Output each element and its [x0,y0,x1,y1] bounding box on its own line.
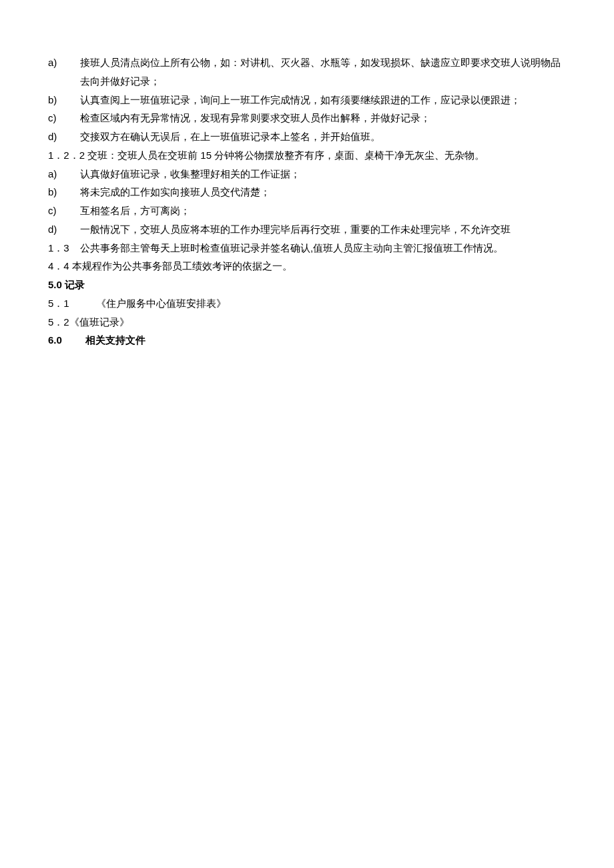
list-marker: d) [48,220,80,239]
list-marker: c) [48,109,80,127]
list-item: a)认真做好值班记录，收集整理好相关的工作证据； [48,165,566,183]
list-item: a)接班人员清点岗位上所有公物，如：对讲机、灭火器、水瓶等，如发现损坏、缺遗应立… [48,53,566,91]
heading-marker: 6.0 [48,331,85,350]
list-marker: 5．1 [48,294,96,313]
list-marker: 1．3 [48,239,80,258]
list-text: 将未完成的工作如实向接班人员交代清楚； [80,183,566,201]
list-text: 公共事务部主管每天上班时检查值班记录并签名确认,值班人员应主动向主管汇报值班工作… [80,239,566,258]
list-item: d)一般情况下，交班人员应将本班的工作办理完毕后再行交班，重要的工作未处理完毕，… [48,220,566,239]
list-marker: 1．2．2 [48,149,85,161]
list-text: 认真查阅上一班值班记录，询问上一班工作完成情况，如有须要继续跟进的工作，应记录以… [80,91,566,109]
list-marker: 5．2 [48,316,69,328]
list-marker: b) [48,183,80,201]
list-text: 5．2《值班记录》 [48,313,566,332]
list-text: 接班人员清点岗位上所有公物，如：对讲机、灭火器、水瓶等，如发现损坏、缺遗应立即要… [80,53,566,91]
list-text-inline: 本规程作为公共事务部员工绩效考评的依据之一。 [72,260,292,272]
list-text: 《住户服务中心值班安排表》 [96,294,566,313]
list-marker: 4．4 [48,260,69,272]
list-item: c)检查区域内有无异常情况，发现有异常则要求交班人员作出解释，并做好记录； [48,109,566,127]
list-item: c)互相签名后，方可离岗； [48,201,566,220]
heading-text: 记录 [62,279,85,290]
list-item: 5.0 记录 [48,276,566,294]
list-item: b)将未完成的工作如实向接班人员交代清楚； [48,183,566,201]
list-item: 4．4 本规程作为公共事务部员工绩效考评的依据之一。 [48,257,566,276]
list-item: d)交接双方在确认无误后，在上一班值班记录本上签名，并开始值班。 [48,127,566,146]
heading-text: 相关支持文件 [85,331,566,350]
list-text: 互相签名后，方可离岗； [80,201,566,220]
list-marker: d) [48,127,80,146]
list-marker: a) [48,165,80,183]
list-item: b)认真查阅上一班值班记录，询问上一班工作完成情况，如有须要继续跟进的工作，应记… [48,91,566,109]
list-item: 6.0相关支持文件 [48,331,566,350]
list-text: 认真做好值班记录，收集整理好相关的工作证据； [80,165,566,183]
list-marker: b) [48,91,80,109]
list-text: 1．2．2 交班：交班人员在交班前 15 分钟将公物摆放整齐有序，桌面、桌椅干净… [48,146,566,165]
list-marker: a) [48,53,80,72]
section-heading: 5.0 记录 [48,276,566,294]
heading-marker: 5.0 [48,279,62,290]
list-text: 一般情况下，交班人员应将本班的工作办理完毕后再行交班，重要的工作未处理完毕，不允… [80,220,566,239]
list-text-inline: 《值班记录》 [69,316,129,328]
list-item: 1．2．2 交班：交班人员在交班前 15 分钟将公物摆放整齐有序，桌面、桌椅干净… [48,146,566,165]
list-item: 5．2《值班记录》 [48,313,566,332]
list-marker: c) [48,201,80,220]
list-text-inline: 交班：交班人员在交班前 15 分钟将公物摆放整齐有序，桌面、桌椅干净无灰尘、无杂… [87,149,485,161]
list-text: 交接双方在确认无误后，在上一班值班记录本上签名，并开始值班。 [80,127,566,146]
list-item: 5．1《住户服务中心值班安排表》 [48,294,566,313]
list-text: 4．4 本规程作为公共事务部员工绩效考评的依据之一。 [48,257,566,276]
list-text: 检查区域内有无异常情况，发现有异常则要求交班人员作出解释，并做好记录； [80,109,566,127]
list-item: 1．3公共事务部主管每天上班时检查值班记录并签名确认,值班人员应主动向主管汇报值… [48,239,566,258]
document-body: a)接班人员清点岗位上所有公物，如：对讲机、灭火器、水瓶等，如发现损坏、缺遗应立… [48,53,566,350]
